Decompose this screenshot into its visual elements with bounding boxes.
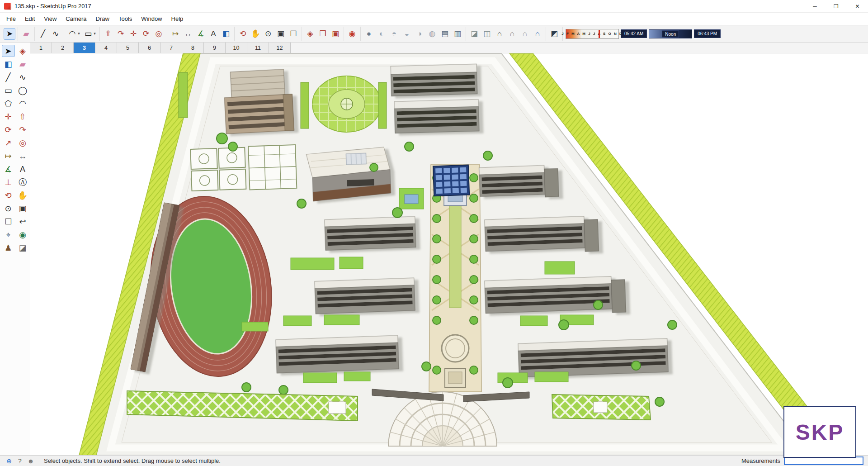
protractor-icon[interactable]: ∡ [195, 28, 207, 40]
section-plane-icon[interactable]: ◪ [468, 28, 480, 40]
shadow-month-slider[interactable]: J F M A M J J A S O N D [566, 29, 619, 39]
scene-tab-3[interactable]: 3 [74, 43, 95, 53]
shadows-toggle-icon[interactable]: ◩ [548, 28, 560, 40]
share-model-icon[interactable]: ⌂ [506, 28, 518, 40]
solid-split-icon[interactable]: ◍ [426, 28, 438, 40]
menu-item-draw[interactable]: Draw [91, 13, 114, 25]
menu-item-camera[interactable]: Camera [61, 13, 91, 25]
orbit-icon[interactable]: ⟲ [2, 189, 15, 201]
shadow-time-slider[interactable]: Noon [649, 29, 692, 38]
solid-union-icon[interactable]: ◓ [388, 28, 400, 40]
solid-trim-icon[interactable]: ◑ [414, 28, 425, 40]
3d-text-icon[interactable]: Ⓐ [16, 176, 29, 188]
scene-tab-9[interactable]: 9 [204, 43, 226, 53]
minimize-icon[interactable]: ─ [804, 0, 826, 12]
offset-icon[interactable]: ◎ [16, 137, 29, 149]
building-west-2[interactable] [315, 278, 415, 314]
rotate-icon[interactable]: ⟳ [2, 124, 15, 136]
building-east-1[interactable] [479, 165, 559, 199]
eraser-icon[interactable]: ▰ [20, 28, 32, 40]
paint-bucket-icon[interactable]: ◧ [2, 58, 15, 70]
model-viewport[interactable] [30, 53, 868, 455]
building-gym[interactable] [306, 147, 391, 201]
line-icon[interactable]: ╱ [2, 71, 15, 83]
menu-item-window[interactable]: Window [137, 13, 166, 25]
follow-me-icon[interactable]: ↷ [16, 124, 29, 136]
freehand-icon[interactable]: ∿ [16, 71, 29, 83]
scene-tab-8[interactable]: 8 [182, 43, 204, 53]
rectangle-icon[interactable]: ▭ [2, 84, 15, 96]
scene-tab-2[interactable]: 2 [52, 43, 74, 53]
zoom-extents-icon[interactable]: ☐ [288, 28, 299, 40]
scene-tab-11[interactable]: 11 [247, 43, 269, 53]
get-models-icon[interactable]: ⌂ [494, 28, 505, 40]
make-component-icon[interactable]: ◈ [16, 45, 29, 57]
previous-view-icon[interactable]: ↩ [16, 215, 29, 228]
building-north-1[interactable] [391, 64, 477, 96]
orbit-icon[interactable]: ⟲ [237, 28, 249, 40]
protractor-icon[interactable]: ∡ [2, 163, 15, 175]
geolocation-status-icon[interactable]: ⊕ [5, 456, 14, 466]
polygon-icon[interactable]: ⬠ [2, 97, 15, 109]
solid-subtract-icon[interactable]: ◒ [401, 28, 413, 40]
push-pull-icon[interactable]: ⇧ [102, 28, 114, 40]
menu-item-tools[interactable]: Tools [114, 13, 137, 25]
move-icon[interactable]: ✛ [127, 28, 139, 40]
solar-canopy[interactable] [433, 165, 469, 196]
rotate-icon[interactable]: ⟳ [140, 28, 152, 40]
extension-warehouse-icon[interactable]: ⌂ [532, 28, 543, 40]
building-west-1[interactable] [325, 216, 416, 250]
text-icon[interactable]: A [16, 163, 29, 175]
make-component-icon[interactable]: ◈ [304, 28, 316, 40]
position-camera-icon[interactable]: ⌖ [2, 228, 15, 241]
help-status-icon[interactable]: ? [15, 456, 24, 466]
campus-model-scene[interactable] [30, 53, 868, 455]
tape-measure-icon[interactable]: ↦ [2, 150, 15, 162]
central-promenade[interactable] [429, 165, 481, 392]
building-west-3[interactable] [276, 335, 399, 373]
axes-icon[interactable]: ⊥ [2, 176, 15, 188]
offset-icon[interactable]: ◎ [153, 28, 165, 40]
arc-menu-caret-icon[interactable]: ▾ [76, 28, 81, 40]
scale-icon[interactable]: ↗ [2, 137, 15, 149]
scene-tab-4[interactable]: 4 [95, 43, 117, 53]
scene-tab-7[interactable]: 7 [160, 43, 182, 53]
follow-me-icon[interactable]: ↷ [115, 28, 127, 40]
menu-item-help[interactable]: Help [167, 13, 188, 25]
month-slider-thumb[interactable] [599, 30, 600, 38]
scene-tab-10[interactable]: 10 [226, 43, 247, 53]
line-icon[interactable]: ╱ [37, 28, 49, 40]
building-north-2[interactable] [394, 100, 479, 133]
solid-intersect-icon[interactable]: ◐ [376, 28, 387, 40]
eraser-icon[interactable]: ▰ [16, 58, 29, 70]
maximize-icon[interactable]: ❒ [826, 0, 847, 12]
section-plane-icon[interactable]: ◪ [16, 242, 29, 254]
menu-item-file[interactable]: File [2, 13, 20, 25]
zoom-icon[interactable]: ⊙ [262, 28, 274, 40]
shapes-menu-caret-icon[interactable]: ▾ [92, 28, 97, 40]
zoom-window-icon[interactable]: ▣ [275, 28, 287, 40]
freehand-icon[interactable]: ∿ [50, 28, 61, 40]
menu-item-view[interactable]: View [39, 13, 61, 25]
select-icon[interactable]: ➤ [4, 28, 15, 40]
oval-garden[interactable] [312, 76, 381, 133]
building-east-4[interactable] [518, 338, 668, 377]
dimension-icon[interactable]: ↔ [182, 28, 194, 40]
shadow-time-end[interactable]: 06:43 PM [694, 29, 721, 38]
soften-edges-icon[interactable]: ▤ [439, 28, 451, 40]
dimension-icon[interactable]: ↔ [16, 150, 29, 162]
building-admin[interactable] [223, 69, 294, 134]
zoom-window-icon[interactable]: ▣ [16, 202, 29, 214]
scene-tab-5[interactable]: 5 [117, 43, 139, 53]
section-fill-icon[interactable]: ◫ [481, 28, 493, 40]
menu-item-edit[interactable]: Edit [20, 13, 39, 25]
shadow-time-start[interactable]: 05:42 AM [621, 29, 647, 38]
component-options-icon[interactable]: ▣ [330, 28, 341, 40]
walk-icon[interactable]: ♟ [2, 242, 15, 254]
geo-location-icon[interactable]: ◉ [346, 28, 358, 40]
scene-tab-6[interactable]: 6 [139, 43, 160, 53]
tape-measure-icon[interactable]: ↦ [170, 28, 181, 40]
push-pull-icon[interactable]: ⇧ [16, 110, 29, 123]
circle-icon[interactable]: ◯ [16, 84, 29, 96]
credits-status-icon[interactable]: ☻ [26, 456, 35, 466]
